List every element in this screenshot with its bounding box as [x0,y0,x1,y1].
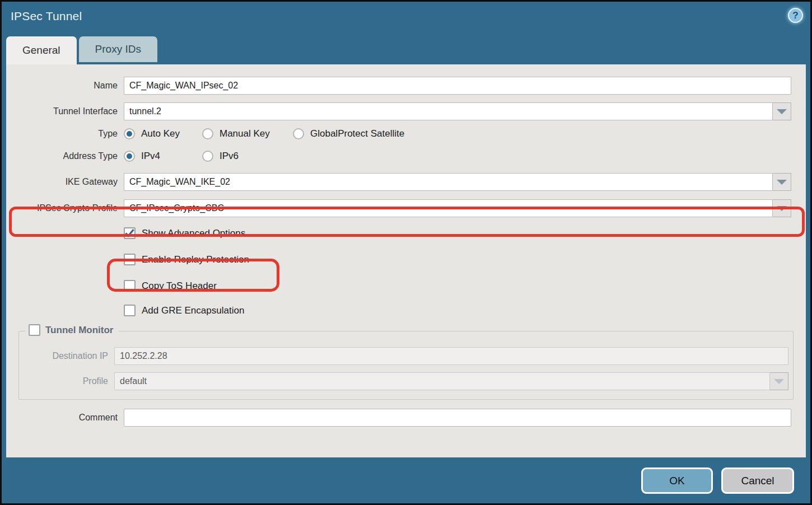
globalprotect-satellite-radio[interactable] [293,128,304,139]
tab-bar: General Proxy IDs [6,36,157,64]
cancel-button[interactable]: Cancel [721,467,794,494]
destination-ip-row: Destination IP [19,347,788,365]
comment-label: Comment [6,413,124,423]
ipv6-radio[interactable] [202,151,213,162]
auto-key-radio[interactable] [124,128,135,139]
profile-label: Profile [19,376,114,386]
enable-replay-protection-checkbox[interactable] [124,254,136,265]
tunnel-interface-label: Tunnel Interface [6,106,124,116]
profile-dropdown-button [770,372,788,390]
type-option-manual-key[interactable]: Manual Key [202,128,293,139]
ike-gateway-input[interactable] [124,173,773,191]
tunnel-monitor-fieldset: Tunnel Monitor Destination IP Profile [18,331,794,400]
name-label: Name [6,81,124,91]
tunnel-interface-row: Tunnel Interface [6,102,791,120]
type-row: Type Auto Key Manual Key GlobalProtect S… [6,128,791,139]
show-advanced-options-row: Show Advanced Options [124,227,791,239]
tab-general-label: General [22,44,60,57]
ok-button[interactable]: OK [641,467,713,494]
name-input[interactable] [124,77,791,95]
address-type-row: Address Type IPv4 IPv6 [6,151,791,162]
ipsec-crypto-profile-dropdown-button[interactable] [773,199,791,217]
ipv4-radio-label: IPv4 [141,151,160,162]
name-row: Name [6,77,791,95]
globalprotect-satellite-radio-label: GlobalProtect Satellite [310,128,404,139]
destination-ip-input [114,347,788,365]
chevron-down-icon [777,180,787,185]
profile-row: Profile [19,372,788,390]
ike-gateway-dropdown-button[interactable] [773,173,791,191]
ipsec-crypto-profile-row: IPSec Crypto Profile [6,199,791,217]
tunnel-interface-dropdown-button[interactable] [773,102,791,120]
enable-replay-protection-row: Enable Replay Protection [124,254,791,265]
auto-key-radio-label: Auto Key [141,128,180,139]
tunnel-interface-input[interactable] [124,102,773,120]
comment-row: Comment [6,409,791,427]
add-gre-encapsulation-checkbox[interactable] [124,305,136,316]
manual-key-radio-label: Manual Key [220,128,270,139]
ipv6-radio-label: IPv6 [220,151,239,162]
copy-tos-header-label: Copy ToS Header [142,280,217,292]
show-advanced-options-checkbox[interactable] [124,227,136,239]
check-icon [125,229,134,237]
manual-key-radio[interactable] [202,128,213,139]
ok-button-label: OK [669,475,684,487]
address-type-label: Address Type [6,151,124,161]
tab-general[interactable]: General [6,36,77,64]
tunnel-monitor-label: Tunnel Monitor [45,325,114,336]
ipv4-radio[interactable] [124,151,135,162]
help-icon-glyph: ? [792,10,798,21]
ike-gateway-label: IKE Gateway [6,177,124,187]
enable-replay-protection-label: Enable Replay Protection [142,254,249,265]
chevron-down-icon [777,206,787,211]
show-advanced-options-label: Show Advanced Options [142,228,245,239]
ipsec-crypto-profile-label: IPSec Crypto Profile [6,203,124,213]
profile-input [114,372,770,390]
address-type-option-ipv6[interactable]: IPv6 [202,151,239,162]
comment-input[interactable] [124,409,791,427]
address-type-option-ipv4[interactable]: IPv4 [124,151,202,162]
copy-tos-header-checkbox[interactable] [124,280,136,292]
help-icon[interactable]: ? [788,8,803,23]
ike-gateway-row: IKE Gateway [6,173,791,191]
ipsec-tunnel-dialog: IPSec Tunnel ? General Proxy IDs Name Tu… [0,0,812,505]
destination-ip-label: Destination IP [19,351,114,361]
type-label: Type [6,129,124,139]
chevron-down-icon [777,109,787,114]
tab-proxy-ids-label: Proxy IDs [95,43,141,55]
chevron-down-icon [774,379,784,384]
dialog-title: IPSec Tunnel [11,10,82,23]
cancel-button-label: Cancel [741,475,774,487]
copy-tos-header-row: Copy ToS Header [124,280,791,292]
tab-proxy-ids[interactable]: Proxy IDs [79,36,157,62]
add-gre-encapsulation-row: Add GRE Encapsulation [124,305,791,316]
type-option-globalprotect-satellite[interactable]: GlobalProtect Satellite [293,128,404,139]
ipsec-crypto-profile-input[interactable] [124,199,773,217]
tunnel-monitor-checkbox[interactable] [29,324,40,336]
type-option-auto-key[interactable]: Auto Key [124,128,202,139]
tunnel-monitor-legend: Tunnel Monitor [25,324,119,336]
general-tab-panel: Name Tunnel Interface Type Auto Key [6,64,806,457]
add-gre-encapsulation-label: Add GRE Encapsulation [142,305,244,316]
